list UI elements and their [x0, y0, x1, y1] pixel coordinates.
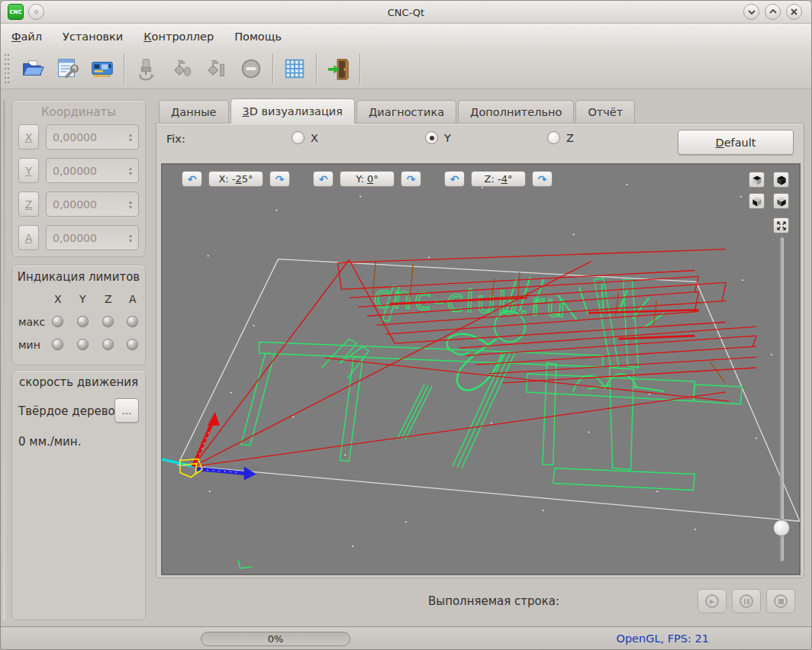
material-label: Твёрдое дерево	[18, 404, 115, 418]
visualization-panel: Fix: X Y Z Default	[156, 123, 804, 578]
y-coordinate-spinbox[interactable]: 0,00000 ▴▾	[46, 158, 139, 183]
close-icon	[791, 8, 798, 15]
3d-viewport[interactable]: cnc-club.ru	[161, 163, 801, 575]
grid-snap-button[interactable]	[277, 51, 312, 86]
zoom-slider[interactable]	[773, 237, 790, 561]
open-file-icon	[19, 54, 45, 83]
slider-track[interactable]	[780, 237, 784, 561]
spin-arrows-icon[interactable]: ▴▾	[123, 199, 138, 210]
rotate-cw-icon: ↷	[538, 173, 547, 185]
controller-card-icon	[89, 54, 115, 83]
run-button[interactable]: ▶	[698, 589, 727, 613]
tab-additional[interactable]: Дополнительно	[458, 100, 574, 124]
rotate-ccw-icon: ↶	[319, 173, 328, 185]
menu-settings[interactable]: Установки	[63, 31, 123, 43]
tab-diagnostics[interactable]: Диагностика	[356, 100, 456, 124]
emergency-stop-button[interactable]	[234, 51, 269, 86]
z-coordinate-spinbox[interactable]: 0,00000 ▴▾	[46, 191, 139, 217]
menu-help[interactable]: Помощь	[234, 31, 282, 43]
left-face-view-button[interactable]	[749, 193, 765, 209]
minimize-button[interactable]	[743, 4, 759, 20]
iso-dark-view-button[interactable]	[773, 172, 789, 188]
speed-title: скорость движения	[12, 371, 145, 389]
slider-handle[interactable]	[773, 520, 790, 536]
toolpath-green	[238, 276, 742, 568]
rotate-x-ccw-button[interactable]: ↶	[182, 171, 202, 187]
limits-groupbox: Индикация лимитов X Y Z A макс мин	[11, 265, 146, 365]
spin-arrows-icon[interactable]: ▴▾	[123, 132, 138, 143]
tab-data[interactable]: Данные	[159, 100, 229, 124]
pause-icon	[740, 594, 753, 608]
titlebar[interactable]: CNC CNC-Qt	[1, 1, 811, 24]
dock-grip[interactable]	[3, 100, 5, 620]
limits-col-x: X	[54, 293, 62, 305]
fit-to-view-button[interactable]	[773, 217, 789, 233]
stop-circle-icon	[238, 54, 264, 83]
fix-y-radio[interactable]: Y	[425, 131, 451, 144]
limits-col-z: Z	[105, 293, 112, 305]
iso-top-view-button[interactable]	[749, 172, 765, 188]
coolant-flood-icon	[203, 54, 229, 83]
a-coordinate-spinbox[interactable]: 0,00000 ▴▾	[46, 225, 139, 250]
close-button[interactable]	[786, 4, 802, 20]
exit-button[interactable]	[321, 51, 356, 86]
axis-y-button[interactable]: Y	[18, 158, 39, 183]
program-settings-button[interactable]	[50, 51, 85, 86]
rotate-y-ccw-button[interactable]: ↶	[313, 171, 334, 187]
expand-arrows-icon	[775, 220, 788, 232]
rotate-z-cw-button[interactable]: ↷	[532, 171, 553, 187]
limit-led-max-z	[102, 316, 114, 327]
coordinate-row-y: Y 0,00000 ▴▾	[18, 158, 139, 183]
tab-report[interactable]: Отчёт	[575, 100, 635, 124]
toolbar-separator	[359, 53, 360, 84]
default-button[interactable]: Default	[678, 130, 794, 155]
cube-top-icon	[751, 174, 763, 186]
limit-led-max-a	[127, 316, 138, 327]
spin-arrows-icon[interactable]: ▴▾	[123, 166, 138, 176]
maximize-button[interactable]	[765, 4, 781, 20]
front-face-view-button[interactable]	[773, 193, 789, 209]
coordinate-row-z: Z 0,00000 ▴▾	[18, 191, 139, 217]
fix-x-radio[interactable]: X	[292, 131, 318, 144]
x-coordinate-spinbox[interactable]: 0,00000 ▴▾	[46, 124, 139, 150]
grid-icon	[282, 54, 308, 83]
exit-door-icon	[325, 54, 351, 83]
controller-info-button[interactable]	[85, 51, 120, 86]
menu-file[interactable]: Файл	[11, 31, 42, 43]
toolbar-grip[interactable]	[4, 53, 10, 85]
executing-line-label: Выполняемая строка:	[428, 594, 559, 608]
y-value: 0,00000	[47, 165, 123, 177]
rotate-cw-icon: ↷	[407, 173, 416, 185]
rotation-x-button[interactable]: X: -25°	[208, 171, 263, 187]
limit-led-min-x	[52, 339, 63, 350]
3d-scene[interactable]: cnc-club.ru	[162, 164, 800, 574]
toolbar-separator	[124, 53, 124, 84]
menu-controller[interactable]: Контроллер	[143, 31, 214, 43]
z-value: 0,00000	[47, 198, 123, 211]
spin-arrows-icon[interactable]: ▴▾	[123, 233, 138, 243]
limits-col-a: A	[129, 293, 137, 305]
open-file-button[interactable]	[14, 51, 50, 86]
rotate-ccw-icon: ↶	[450, 173, 459, 185]
rotation-z-button[interactable]: Z: -4°	[471, 171, 526, 187]
limits-col-y: Y	[79, 293, 86, 305]
tab-3d-visualization[interactable]: 3D визуализация	[230, 98, 355, 124]
rotate-x-cw-button[interactable]: ↷	[269, 171, 290, 187]
limits-row-max-label: макс	[18, 316, 45, 328]
axis-z-button[interactable]: Z	[18, 191, 39, 217]
coolant-mist-button[interactable]	[163, 51, 198, 86]
stop-button[interactable]	[766, 589, 795, 613]
rotate-y-cw-button[interactable]: ↷	[401, 171, 421, 187]
material-browse-button[interactable]: ...	[114, 398, 139, 423]
rotation-y-button[interactable]: Y: 0°	[340, 171, 395, 187]
rotate-z-ccw-button[interactable]: ↶	[444, 171, 465, 187]
fix-z-radio[interactable]: Z	[547, 131, 574, 144]
coolant-flood-button[interactable]	[198, 51, 234, 86]
cube-front-icon	[775, 195, 788, 208]
limit-led-min-a	[127, 339, 138, 350]
spindle-button[interactable]	[128, 51, 163, 86]
axis-a-button[interactable]: A	[18, 225, 39, 250]
pause-button[interactable]	[732, 589, 761, 613]
radio-icon	[292, 131, 304, 144]
axis-x-button[interactable]: X	[18, 124, 39, 150]
